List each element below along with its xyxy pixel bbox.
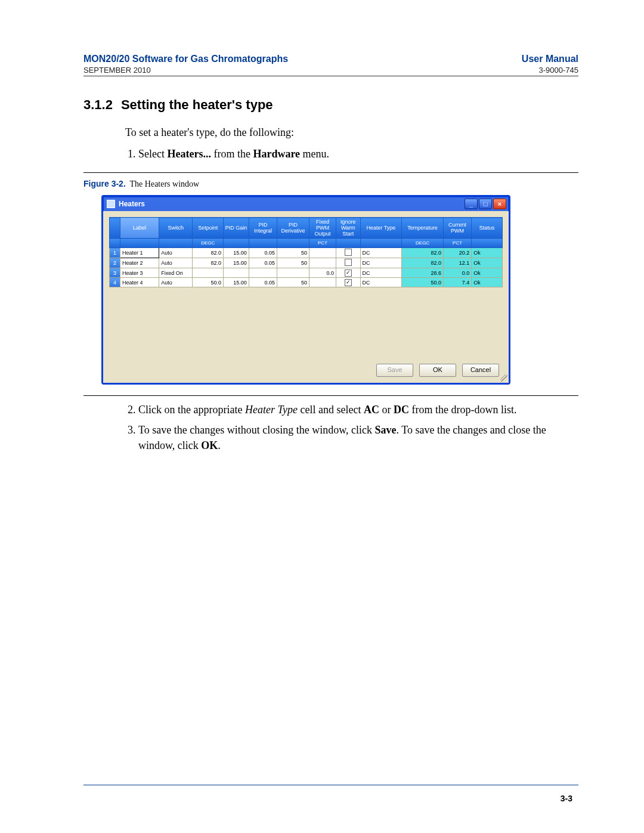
save-button[interactable]: Save	[376, 364, 413, 377]
col-rownum[interactable]	[110, 218, 120, 239]
heaters-table[interactable]: Label Switch Setpoint PID Gain PID Integ…	[109, 217, 503, 287]
doc-date: SEPTEMBER 2010	[83, 66, 151, 75]
app-icon	[107, 200, 115, 208]
col-pid-integral[interactable]: PID Integral	[249, 218, 277, 239]
table-row[interactable]: 3 Heater 3 Fixed On 0.0 ✓ DC 28.6 0.0 Ok	[110, 268, 503, 278]
col-fixed-pwm[interactable]: Fixed PWM Output	[309, 218, 336, 239]
col-pid-derivative[interactable]: PID Derivative	[277, 218, 309, 239]
section-heading: 3.1.2Setting the heater's type	[83, 97, 578, 113]
checkbox-icon: ✓	[345, 279, 352, 286]
table-units-row: DEGC PCT DEGCPCT	[110, 239, 503, 248]
doc-title-left: MON20/20 Software for Gas Chromatographs	[83, 54, 288, 64]
step-2: Click on the appropriate Heater Type cel…	[138, 402, 578, 417]
figure-rule-top	[83, 172, 578, 173]
table-header-row: Label Switch Setpoint PID Gain PID Integ…	[110, 218, 503, 239]
resize-grip-icon[interactable]	[500, 374, 507, 382]
footer-rule	[83, 785, 578, 785]
col-temperature[interactable]: Temperature	[402, 218, 444, 239]
table-row[interactable]: 2 Heater 2 Auto 82.0 15.00 0.05 50 DC 82…	[110, 258, 503, 268]
col-current-pwm[interactable]: Current PWM	[443, 218, 471, 239]
checkbox-icon	[345, 259, 352, 266]
table-row[interactable]: 1 Heater 1 Auto 82.0 15.00 0.05 50 DC 82…	[110, 248, 503, 258]
intro-text: To set a heater's type, do the following…	[125, 125, 578, 140]
section-number: 3.1.2	[83, 97, 113, 112]
ok-button[interactable]: OK	[419, 364, 456, 377]
figure-caption: Figure 3-2. The Heaters window	[83, 179, 578, 189]
titlebar[interactable]: Heaters _ □ ×	[103, 197, 509, 211]
col-setpoint[interactable]: Setpoint	[193, 218, 224, 239]
col-heater-type[interactable]: Heater Type	[360, 218, 402, 239]
table-row[interactable]: 4 Heater 4 Auto 50.0 15.00 0.05 50 ✓ DC …	[110, 278, 503, 287]
figure-rule-bottom	[83, 395, 578, 396]
doc-number: 3-9000-745	[539, 66, 579, 75]
doc-title-right: User Manual	[522, 54, 578, 64]
cancel-button[interactable]: Cancel	[462, 364, 499, 377]
step-3: To save the changes without closing the …	[138, 422, 578, 453]
col-status[interactable]: Status	[472, 218, 503, 239]
section-title: Setting the heater's type	[121, 97, 273, 112]
col-label[interactable]: Label	[120, 218, 159, 239]
window-title: Heaters	[119, 200, 145, 208]
col-pid-gain[interactable]: PID Gain	[224, 218, 249, 239]
grid-empty-area	[109, 287, 503, 359]
checkbox-icon	[345, 249, 352, 256]
step-1: Select Heaters... from the Hardware menu…	[138, 146, 578, 162]
maximize-button[interactable]: □	[479, 199, 492, 209]
minimize-button[interactable]: _	[465, 199, 478, 209]
heaters-window: Heaters _ □ × Label Switch Setpoint	[101, 195, 510, 385]
page-number: 3-3	[561, 794, 572, 803]
close-button[interactable]: ×	[493, 199, 506, 209]
col-switch[interactable]: Switch	[159, 218, 193, 239]
checkbox-icon: ✓	[345, 270, 352, 277]
col-ignore-warm[interactable]: Ignore Warm Start	[336, 218, 360, 239]
